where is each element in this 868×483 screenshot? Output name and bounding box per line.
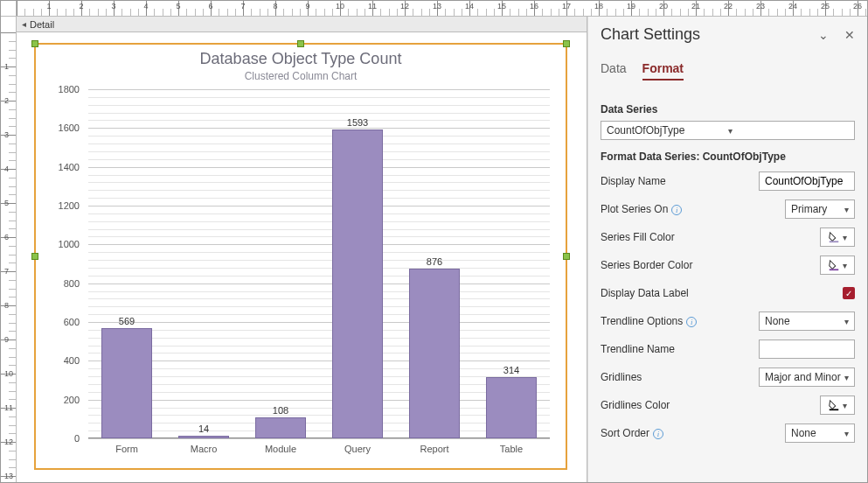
x-axis-labels: FormMacroModuleQueryReportTable	[88, 440, 550, 459]
fill-bucket-icon	[828, 399, 840, 411]
label-display-data-label: Display Data Label	[601, 287, 843, 299]
trendline-options-select[interactable]: None▾	[759, 312, 855, 331]
tab-format[interactable]: Format	[642, 61, 684, 80]
chart-subtitle: Clustered Column Chart	[43, 70, 559, 82]
label-trendline-name: Trendline Name	[601, 343, 759, 355]
label-sort-order: Sort Orderi	[601, 427, 785, 439]
label-border-color: Series Border Color	[601, 259, 820, 271]
data-label: 1593	[347, 117, 368, 128]
vertical-ruler[interactable]: 1234567891011121314	[1, 17, 17, 482]
x-tick-label: Report	[420, 444, 448, 454]
bars-container: 569141081593876314	[88, 89, 550, 438]
svg-rect-1	[830, 269, 839, 270]
chart-surface: Database Object Type Count Clustered Col…	[36, 45, 566, 468]
fill-bucket-icon	[828, 259, 840, 271]
section-label-data-series: Data Series	[601, 103, 855, 116]
label-display-name: Display Name	[601, 175, 759, 187]
horizontal-ruler-wrap: 1234567891011121314151617181920212223242…	[1, 1, 867, 17]
section-header-detail[interactable]: ◂ Detail	[17, 17, 587, 32]
y-tick-label: 1000	[59, 239, 80, 249]
data-series-select[interactable]: CountOfObjType ▾	[601, 121, 855, 140]
bar	[486, 377, 537, 438]
fill-color-button[interactable]: ▾	[820, 228, 855, 247]
format-series-heading: Format Data Series: CountOfObjType	[601, 150, 855, 163]
y-tick-label: 800	[64, 278, 80, 289]
chevron-down-icon: ▾	[844, 317, 849, 326]
data-label: 876	[427, 256, 442, 267]
section-header-label: Detail	[30, 19, 54, 30]
x-tick-label: Table	[500, 444, 523, 454]
data-label: 569	[119, 316, 135, 326]
y-tick-label: 200	[64, 395, 80, 405]
resize-handle[interactable]	[31, 253, 38, 260]
panel-title: Chart Settings	[601, 25, 818, 44]
x-tick-label: Module	[265, 444, 296, 454]
data-label: 108	[273, 405, 288, 416]
x-tick-label: Query	[344, 444, 371, 454]
chart-settings-panel: Chart Settings ⌄ ✕ Data Format Data Seri…	[587, 17, 867, 482]
y-tick-label: 0	[74, 433, 80, 444]
border-color-button[interactable]: ▾	[820, 256, 855, 275]
chevron-down-icon: ▾	[843, 261, 847, 270]
info-icon[interactable]: i	[653, 429, 663, 439]
resize-handle[interactable]	[31, 40, 38, 47]
label-plot-on: Plot Series Oni	[601, 203, 785, 215]
x-tick-label: Form	[115, 444, 138, 454]
collapse-icon[interactable]: ⌄	[818, 28, 829, 42]
display-name-input[interactable]	[759, 172, 855, 191]
chevron-down-icon: ▾	[728, 126, 850, 136]
y-tick-label: 1800	[59, 84, 80, 94]
bar	[178, 436, 229, 438]
resize-handle[interactable]	[563, 253, 570, 260]
gridlines-select[interactable]: Major and Minor▾	[759, 368, 855, 387]
y-tick-label: 1400	[59, 162, 80, 172]
chevron-down-icon: ▾	[844, 205, 849, 214]
chevron-down-icon: ▾	[843, 401, 847, 410]
y-tick-label: 600	[64, 317, 80, 327]
plot-area: 020040060080010001200140016001800 569141…	[43, 89, 559, 459]
resize-handle[interactable]	[563, 40, 570, 47]
display-data-label-checkbox[interactable]: ✓	[843, 287, 855, 299]
sort-order-select[interactable]: None▾	[785, 424, 855, 443]
y-axis: 020040060080010001200140016001800	[43, 89, 85, 438]
trendline-name-input[interactable]	[759, 340, 855, 359]
plot-on-select[interactable]: Primary▾	[785, 200, 855, 219]
bar	[255, 417, 306, 438]
chevron-down-icon: ▾	[844, 373, 849, 382]
close-icon[interactable]: ✕	[844, 28, 855, 42]
y-tick-label: 1600	[59, 122, 80, 133]
panel-tabs: Data Format	[601, 61, 855, 80]
resize-handle[interactable]	[297, 40, 304, 47]
section-expand-icon: ◂	[22, 19, 26, 29]
data-series-value: CountOfObjType	[607, 124, 728, 136]
bar	[409, 269, 460, 438]
label-fill-color: Series Fill Color	[601, 231, 820, 243]
bar	[332, 130, 383, 438]
gridlines-color-button[interactable]: ▾	[820, 396, 855, 415]
data-label: 14	[198, 424, 209, 434]
label-gridlines-color: Gridlines Color	[601, 399, 820, 411]
info-icon[interactable]: i	[686, 317, 697, 327]
info-icon[interactable]: i	[671, 205, 682, 215]
chevron-down-icon: ▾	[844, 429, 849, 438]
app-frame: 1234567891011121314151617181920212223242…	[0, 0, 868, 483]
y-tick-label: 1200	[59, 200, 80, 211]
fill-bucket-icon	[828, 231, 840, 243]
y-tick-label: 400	[64, 355, 80, 366]
label-trendline-options: Trendline Optionsi	[601, 315, 759, 327]
ruler-corner	[1, 1, 17, 17]
chevron-down-icon: ▾	[843, 233, 847, 242]
chart-title: Database Object Type Count	[43, 50, 559, 68]
x-tick-label: Macro	[191, 444, 218, 454]
svg-rect-0	[830, 241, 839, 242]
bar	[101, 328, 152, 438]
data-label: 314	[503, 365, 519, 375]
horizontal-ruler[interactable]: 1234567891011121314151617181920212223242…	[17, 1, 867, 16]
chart-object[interactable]: Database Object Type Count Clustered Col…	[34, 43, 567, 470]
label-gridlines: Gridlines	[601, 371, 759, 383]
design-canvas[interactable]: Database Object Type Count Clustered Col…	[17, 32, 587, 482]
tab-data[interactable]: Data	[601, 61, 627, 80]
svg-rect-2	[830, 409, 839, 410]
